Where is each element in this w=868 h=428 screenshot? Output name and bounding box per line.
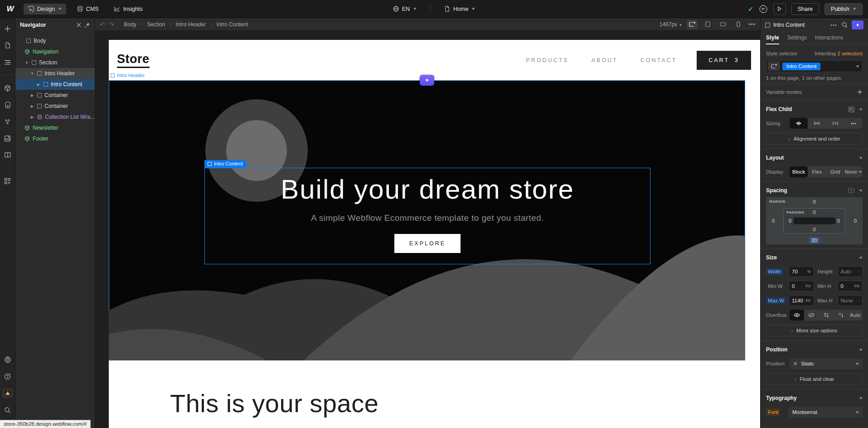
cart-button[interactable]: CART 3 <box>697 51 751 70</box>
padding-left-value[interactable]: 0 <box>786 218 794 224</box>
insights-button[interactable]: Insights <box>110 4 147 15</box>
intro-content-selection-tag[interactable]: Intro Content <box>204 160 246 168</box>
more-size-options-button[interactable]: › More size options <box>766 325 863 336</box>
intro-header-selection-tag[interactable]: Intro Header <box>111 73 145 78</box>
display-none-option[interactable]: None▼ <box>844 166 863 177</box>
display-block-option[interactable]: Block <box>790 166 808 177</box>
element-more-icon[interactable]: ••• <box>830 22 837 28</box>
height-input[interactable]: Auto- <box>838 266 863 277</box>
ai-assistant-button[interactable]: ✦ <box>852 20 863 29</box>
element-pointer-icon[interactable] <box>849 107 854 112</box>
comments-icon[interactable] <box>759 5 768 14</box>
max-width-label[interactable]: Max W <box>766 298 789 303</box>
components-icon[interactable] <box>4 84 12 92</box>
breakpoint-tablet-icon[interactable] <box>702 20 713 29</box>
inherited-selectors-link[interactable]: 2 selectors <box>837 51 863 56</box>
chevron-down-icon[interactable]: ▼ <box>858 107 863 112</box>
clear-icon[interactable]: ✕ <box>793 361 797 367</box>
font-label[interactable]: Font <box>766 409 789 415</box>
intro-content-selection-box[interactable]: Intro Content Build your dream store A s… <box>204 168 650 264</box>
sizing-more-option[interactable]: ••• <box>844 118 863 129</box>
breakpoint-mobile-landscape-icon[interactable] <box>718 20 728 29</box>
min-width-unit[interactable]: PX <box>805 284 810 288</box>
apps-icon[interactable] <box>4 177 12 185</box>
breadcrumb-intro-header[interactable]: Intro Header <box>176 21 206 28</box>
canvas-width-dropdown[interactable]: 1467px ▼ <box>659 21 683 28</box>
padding-top-value[interactable]: 0 <box>810 209 818 215</box>
help-icon[interactable] <box>4 372 12 380</box>
margin-left-value[interactable]: 0 <box>770 218 777 224</box>
float-and-clear-button[interactable]: › Float and clear <box>766 373 863 385</box>
share-button[interactable]: Share <box>791 3 819 15</box>
assets-icon[interactable] <box>4 134 12 142</box>
page-switcher[interactable]: Home ▼ <box>440 4 480 15</box>
font-dropdown[interactable]: Montserrat ▼ <box>789 407 863 418</box>
search-icon[interactable] <box>4 406 12 414</box>
chevron-down-icon[interactable]: ▼ <box>24 61 29 65</box>
add-variable-mode-icon[interactable] <box>857 89 863 95</box>
overflow-visible-option[interactable] <box>790 310 804 321</box>
tree-item-collection-list[interactable]: ▶ Collection List Wra... <box>15 112 95 122</box>
sizing-shrink-option[interactable] <box>790 118 808 129</box>
design-mode-button[interactable]: Design ▼ <box>24 4 66 15</box>
nav-link-contact[interactable]: CONTACT <box>640 57 677 63</box>
width-unit[interactable]: % <box>807 269 811 274</box>
breakpoint-mobile-portrait-icon[interactable] <box>733 20 744 29</box>
width-input[interactable]: 70% <box>789 266 814 277</box>
chevron-down-icon[interactable]: ▼ <box>858 348 863 352</box>
chevron-right-icon[interactable]: ▶ <box>30 104 34 108</box>
tab-style[interactable]: Style <box>766 32 779 44</box>
margin-top-value[interactable]: 0 <box>810 199 818 205</box>
ai-sparkle-button[interactable]: ✦ <box>420 75 434 86</box>
alignment-and-order-button[interactable]: › Alignment and order <box>766 133 863 145</box>
add-elements-icon[interactable] <box>4 24 12 33</box>
sizing-fixed-option[interactable] <box>826 118 844 129</box>
tab-interactions[interactable]: Interactions <box>815 32 843 44</box>
breadcrumb-section[interactable]: Section <box>147 21 165 28</box>
sizing-grow-option[interactable] <box>808 118 826 129</box>
tree-item-intro-header[interactable]: ▼ Intro Header <box>15 68 95 79</box>
cms-button[interactable]: CMS <box>73 4 103 15</box>
min-height-label[interactable]: Min H <box>818 283 838 289</box>
undo-icon[interactable]: ↶ <box>100 21 105 28</box>
tree-item-container-2[interactable]: ▶ Container <box>15 101 95 112</box>
settings-gear-icon[interactable] <box>4 355 12 364</box>
margin-bottom-value[interactable]: 20 <box>809 237 819 243</box>
min-width-label[interactable]: Min W <box>766 283 789 289</box>
variables-icon[interactable] <box>4 117 12 126</box>
spacing-settings-icon[interactable] <box>848 188 854 193</box>
tree-item-section[interactable]: ▼ Section <box>15 57 95 68</box>
webflow-logo[interactable]: W <box>0 5 20 14</box>
max-height-label[interactable]: Max H <box>818 298 838 303</box>
width-label[interactable]: Width <box>766 269 789 274</box>
style-selector-field[interactable]: Intro Content ▼ <box>766 60 863 72</box>
chevron-right-icon[interactable]: ▶ <box>30 115 34 119</box>
tree-item-body[interactable]: Body <box>15 35 95 46</box>
min-height-unit[interactable]: PX <box>854 284 859 288</box>
hero-subheading[interactable]: A simple Webflow Ecommerce template to g… <box>311 213 544 223</box>
toolbar-more-icon[interactable]: ••• <box>748 21 756 28</box>
overflow-scroll-option[interactable] <box>834 310 848 321</box>
chevron-down-icon[interactable]: ▼ <box>30 72 34 76</box>
nav-link-products[interactable]: PRODUCTS <box>526 57 569 63</box>
chevron-right-icon[interactable]: ▶ <box>36 83 41 87</box>
overflow-clip-option[interactable] <box>819 310 833 321</box>
libraries-icon[interactable] <box>4 151 12 159</box>
redo-icon[interactable]: ↷ <box>109 21 114 28</box>
chevron-down-icon[interactable]: ▼ <box>858 156 863 160</box>
tab-settings[interactable]: Settings <box>787 32 807 44</box>
min-height-input[interactable]: 0PX <box>838 281 863 292</box>
selector-chip[interactable]: Intro Content <box>782 63 820 70</box>
overflow-hidden-option[interactable] <box>804 310 819 321</box>
close-icon[interactable] <box>77 23 81 27</box>
chevron-down-icon[interactable]: ▼ <box>858 189 863 193</box>
tree-item-navigation[interactable]: Navigation <box>15 46 95 57</box>
overflow-auto-option[interactable]: Auto <box>848 310 863 321</box>
pages-icon[interactable] <box>4 41 12 49</box>
publish-button[interactable]: Publish ▼ <box>824 3 863 15</box>
breadcrumb-intro-content[interactable]: Intro Content <box>217 21 248 28</box>
explore-button[interactable]: EXPLORE <box>394 234 461 253</box>
hero-section[interactable]: Intro Content Build your dream store A s… <box>109 80 745 360</box>
tree-item-newsletter[interactable]: Newsletter <box>15 122 95 133</box>
min-width-input[interactable]: 0PX <box>789 281 814 292</box>
